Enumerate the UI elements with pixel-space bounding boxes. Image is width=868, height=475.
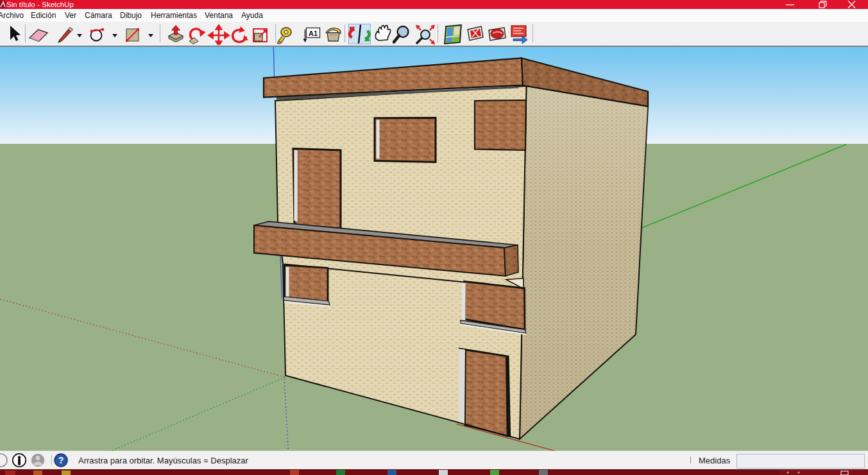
svg-text:?: ? [58, 455, 64, 465]
svg-text:A1: A1 [309, 30, 318, 37]
